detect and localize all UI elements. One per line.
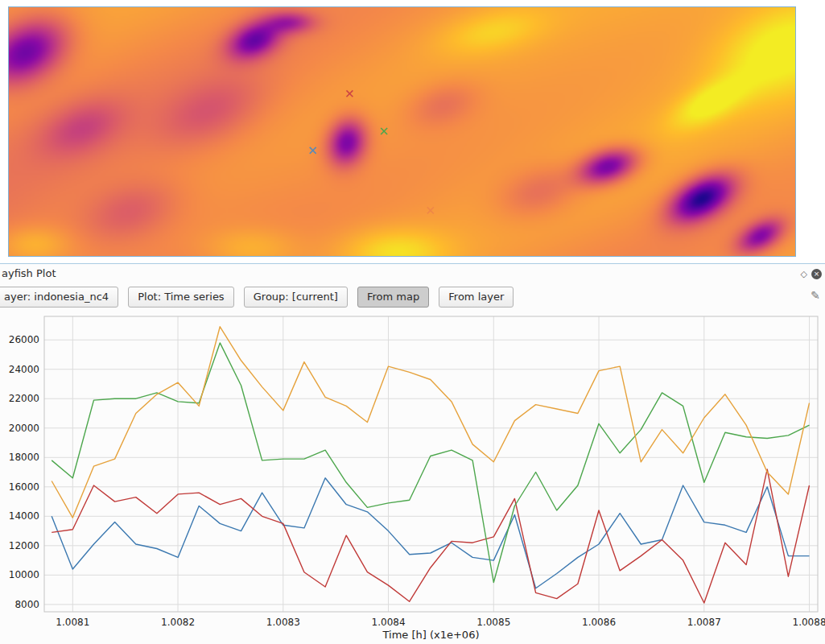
app-root: { "panel": { "title": "ayfish Plot", "fl… [0,0,825,644]
plot-type-button[interactable]: Plot: Time series [128,287,233,308]
y-tick-label: 8000 [14,599,39,610]
x-tick-label: 1.0088 [793,617,825,628]
x-tick-label: 1.0085 [476,617,510,628]
map-canvas-area[interactable] [8,6,796,257]
x-tick-label: 1.0082 [161,617,195,628]
series-red [52,469,809,603]
x-tick-label: 1.0087 [687,617,721,628]
panel-titlebar: ayfish Plot ◇ × [0,264,825,283]
float-panel-icon[interactable]: ◇ [801,270,807,279]
from-layer-button[interactable]: From layer [439,287,514,308]
x-tick-label: 1.0083 [266,617,300,628]
group-selector-button[interactable]: Group: [current] [244,287,348,308]
plot-toolbar: ayer: indonesia_nc4 Plot: Time series Gr… [0,283,825,311]
y-tick-label: 12000 [9,540,39,551]
close-panel-icon[interactable]: × [811,269,822,279]
y-tick-label: 26000 [9,334,39,345]
y-tick-label: 10000 [9,569,39,580]
y-tick-label: 14000 [9,510,39,522]
series-blue [52,478,809,588]
x-tick-label: 1.0086 [582,617,616,628]
y-tick-label: 20000 [9,423,39,434]
y-tick-label: 24000 [9,364,39,375]
x-tick-label: 1.0084 [372,617,406,628]
y-tick-label: 22000 [9,393,39,404]
x-tick-label: 1.0081 [56,617,89,628]
plot-options-icon[interactable]: ✎ [811,289,820,302]
y-tick-label: 18000 [9,452,39,463]
from-map-button[interactable]: From map [357,287,429,308]
layer-selector-button[interactable]: ayer: indonesia_nc4 [0,287,118,308]
series-orange [52,327,809,518]
panel-title: ayfish Plot [2,267,56,279]
timeseries-chart[interactable]: 8000100001200014000160001800020000220002… [0,310,825,644]
y-tick-label: 16000 [9,481,39,493]
map-point-markers [9,7,795,256]
x-axis-title: Time [h] (x1e+06) [382,629,479,641]
series-green [52,343,809,583]
